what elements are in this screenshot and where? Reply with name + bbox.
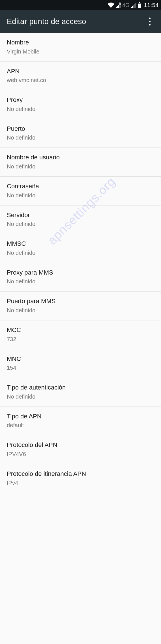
field-label: Puerto para MMS: [7, 297, 154, 305]
field-label: Proxy: [7, 96, 154, 104]
field-mcc[interactable]: MCC 732: [0, 320, 161, 349]
field-label: APN: [7, 67, 154, 76]
field-label: Protocolo de itinerancia APN: [7, 470, 154, 478]
app-bar: Editar punto de acceso: [0, 10, 161, 33]
field-label: Tipo de autenticación: [7, 384, 154, 392]
svg-rect-4: [138, 3, 141, 4]
wifi-icon: [108, 2, 114, 8]
battery-icon: [138, 2, 141, 8]
field-contrasena[interactable]: Contraseña No definido: [0, 177, 161, 206]
field-value: No definido: [7, 249, 154, 256]
field-value: default: [7, 422, 154, 429]
field-usuario[interactable]: Nombre de usuario No definido: [0, 148, 161, 177]
svg-rect-2: [139, 2, 140, 3]
field-label: MCC: [7, 326, 154, 334]
field-value: No definido: [7, 192, 154, 199]
field-servidor[interactable]: Servidor No definido: [0, 206, 161, 234]
field-value: No definido: [7, 307, 154, 314]
status-bar: R 4G 11:54: [0, 0, 161, 10]
network-type-label: 4G: [122, 2, 130, 8]
field-apnproto[interactable]: Protocolo del APN IPV4V6: [0, 435, 161, 464]
field-value: No definido: [7, 105, 154, 113]
clock-label: 11:54: [144, 2, 159, 8]
field-label: MMSC: [7, 240, 154, 248]
apn-settings-list: Nombre Virgin Mobile APN web.vmc.net.co …: [0, 33, 161, 493]
field-value: IPv4: [7, 479, 154, 487]
page-title: Editar punto de acceso: [7, 17, 145, 26]
field-value: No definido: [7, 220, 154, 228]
signal-roaming-icon: R: [115, 2, 121, 8]
field-mmsproxy[interactable]: Proxy para MMS No definido: [0, 263, 161, 292]
field-value: No definido: [7, 278, 154, 285]
field-nombre[interactable]: Nombre Virgin Mobile: [0, 33, 161, 62]
field-label: Nombre: [7, 38, 154, 47]
field-mmspuerto[interactable]: Puerto para MMS No definido: [0, 292, 161, 320]
field-value: IPV4V6: [7, 450, 154, 458]
field-value: 154: [7, 364, 154, 371]
more-vert-icon[interactable]: [145, 15, 154, 28]
field-mmsc[interactable]: MMSC No definido: [0, 234, 161, 263]
field-value: No definido: [7, 163, 154, 170]
field-apn[interactable]: APN web.vmc.net.co: [0, 62, 161, 91]
field-label: Protocolo del APN: [7, 441, 154, 449]
field-roamproto[interactable]: Protocolo de itinerancia APN IPv4: [0, 464, 161, 493]
field-value: No definido: [7, 393, 154, 400]
field-proxy[interactable]: Proxy No definido: [0, 90, 161, 119]
field-label: MNC: [7, 355, 154, 363]
field-label: Servidor: [7, 211, 154, 219]
field-value: No definido: [7, 134, 154, 141]
field-value: web.vmc.net.co: [7, 76, 154, 84]
field-mnc[interactable]: MNC 154: [0, 349, 161, 378]
field-label: Tipo de APN: [7, 412, 154, 421]
field-value: Virgin Mobile: [7, 48, 154, 55]
field-puerto[interactable]: Puerto No definido: [0, 119, 161, 148]
field-label: Contraseña: [7, 182, 154, 191]
field-label: Puerto: [7, 125, 154, 133]
field-label: Proxy para MMS: [7, 269, 154, 277]
svg-text:R: R: [119, 2, 121, 5]
field-apntype[interactable]: Tipo de APN default: [0, 407, 161, 436]
field-value: 732: [7, 335, 154, 343]
signal-icon: [131, 2, 136, 8]
field-label: Nombre de usuario: [7, 153, 154, 162]
field-auth[interactable]: Tipo de autenticación No definido: [0, 378, 161, 407]
